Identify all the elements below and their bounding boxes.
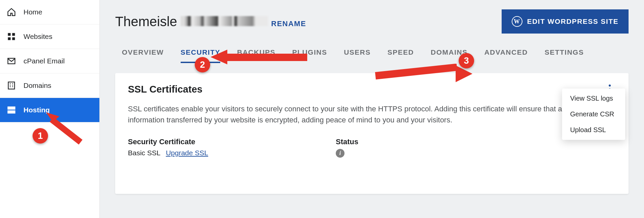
ssl-card: SSL Certificates SSL certificates enable… [115,73,629,194]
svg-rect-15 [375,64,457,79]
svg-rect-2 [8,37,11,40]
column-title: Security Certificate [128,138,208,146]
server-icon [7,105,16,115]
annotation-badge-1: 1 [33,128,48,144]
card-columns: Security Certificate Basic SSL Upgrade S… [128,138,616,158]
ssl-value: Basic SSL [128,149,160,157]
wordpress-icon: W [512,16,522,27]
card-description: SSL certificates enable your visitors to… [128,103,574,125]
building-icon [7,81,16,90]
redacted-domain [181,16,268,26]
svg-rect-5 [8,82,15,89]
svg-rect-11 [50,117,83,145]
tabs: OVERVIEW SECURITY BACKUPS PLUGINS USERS … [115,48,629,63]
tab-speed[interactable]: SPEED [387,48,414,63]
svg-rect-1 [12,33,15,36]
sidebar-item-websites[interactable]: Websites [0,24,99,49]
column-status: Status i [336,138,358,158]
sidebar-item-domains[interactable]: Domains [0,73,99,98]
home-icon [7,7,16,17]
edit-button-label: EDIT WORDPRESS SITE [527,17,618,25]
annotation-badge-2: 2 [195,57,210,72]
main-content: Themeisle RENAME W EDIT WORDPRESS SITE O… [100,0,644,218]
tab-overview[interactable]: OVERVIEW [122,48,164,63]
sidebar: Home Websites cPanel Email Domains Hosti… [0,0,100,218]
tab-users[interactable]: USERS [344,48,371,63]
svg-rect-13 [227,54,307,61]
column-certificate: Security Certificate Basic SSL Upgrade S… [128,138,208,158]
sidebar-item-label: Websites [24,33,52,41]
tab-advanced[interactable]: ADVANCED [484,48,527,63]
rename-link[interactable]: RENAME [271,19,306,28]
annotation-arrow-3 [375,64,472,87]
svg-point-9 [9,112,10,112]
sidebar-item-home[interactable]: Home [0,0,99,24]
annotation-badge-3: 3 [459,53,474,68]
svg-rect-0 [8,33,11,36]
column-value: i [336,149,358,158]
edit-wordpress-button[interactable]: W EDIT WORDPRESS SITE [502,9,629,34]
upgrade-ssl-link[interactable]: Upgrade SSL [166,149,208,157]
svg-rect-3 [12,37,15,40]
card-title: SSL Certificates [128,84,202,95]
svg-point-8 [9,108,10,108]
title-row: Themeisle RENAME [115,14,306,29]
dropdown-item-view-logs[interactable]: View SSL logs [562,91,625,106]
grid-icon [7,32,16,41]
tab-settings[interactable]: SETTINGS [545,48,584,63]
annotation-arrow-2 [211,47,311,67]
sidebar-item-label: Domains [24,81,51,90]
sidebar-item-label: Home [24,8,42,16]
sidebar-item-label: cPanel Email [24,57,65,65]
column-title: Status [336,138,358,146]
column-value: Basic SSL Upgrade SSL [128,149,208,157]
annotation-arrow-1 [46,112,100,156]
ssl-actions-dropdown: View SSL logs Generate CSR Upload SSL [562,89,625,140]
mail-icon [7,56,16,66]
site-name: Themeisle [115,14,177,29]
sidebar-item-cpanel-email[interactable]: cPanel Email [0,49,99,73]
dropdown-item-generate-csr[interactable]: Generate CSR [562,106,625,122]
info-icon[interactable]: i [336,149,344,158]
svg-marker-12 [211,50,227,64]
page-header: Themeisle RENAME W EDIT WORDPRESS SITE [115,9,629,34]
dropdown-item-upload-ssl[interactable]: Upload SSL [562,122,625,138]
card-header: SSL Certificates [128,83,616,95]
